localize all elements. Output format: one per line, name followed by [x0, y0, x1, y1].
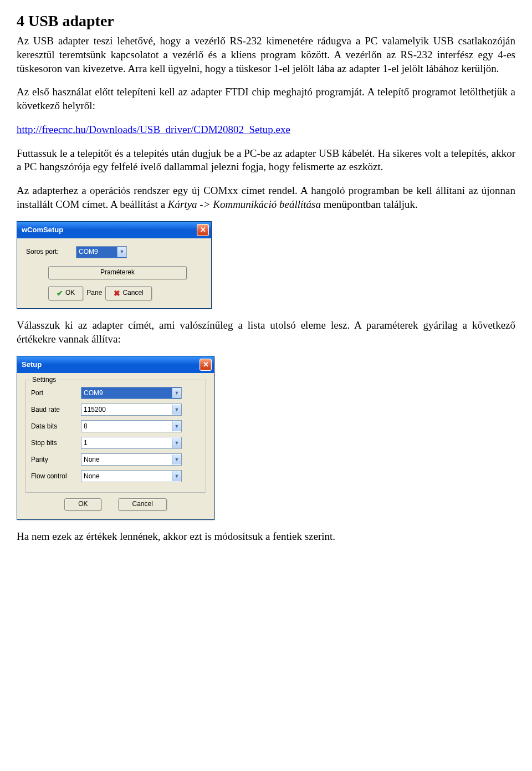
setting-row: Data bits8▼ [31, 420, 200, 432]
chevron-down-icon: ▼ [172, 471, 181, 481]
setup-dialog: Setup ✕ Settings PortCOM9▼Baud rate11520… [17, 356, 214, 520]
setting-value: 8 [81, 422, 172, 431]
window-title: wComSetup [22, 226, 63, 235]
setting-value: 1 [81, 439, 172, 448]
section-heading: 4 USB adapter [17, 11, 515, 31]
download-link[interactable]: http://freecnc.hu/Downloads/USB_driver/C… [17, 124, 290, 135]
paragraph-4: Az adapterhez a operációs rendszer egy ú… [17, 184, 515, 211]
serial-port-combo[interactable]: COM9 ▼ [76, 246, 127, 258]
check-icon: ✔ [57, 288, 63, 298]
close-button[interactable]: ✕ [200, 359, 212, 371]
titlebar: wComSetup ✕ [17, 222, 211, 238]
titlebar: Setup ✕ [17, 356, 214, 373]
setting-label: Flow control [31, 472, 81, 481]
paragraph-2: Az első használat előtt telepíteni kell … [17, 85, 515, 113]
close-icon: ✕ [203, 360, 209, 370]
setting-row: ParityNone▼ [31, 453, 200, 466]
setting-combo[interactable]: None▼ [81, 453, 182, 466]
paragraph-5: Válasszuk ki az adapter címét, ami valós… [17, 319, 515, 346]
setting-label: Port [31, 389, 81, 398]
serial-port-value: COM9 [76, 248, 117, 257]
setting-row: Baud rate115200▼ [31, 404, 200, 416]
settings-group: Settings PortCOM9▼Baud rate115200▼Data b… [25, 380, 206, 493]
paragraph-4c: menüpontban találjuk. [321, 198, 418, 210]
x-icon: ✖ [114, 288, 120, 298]
chevron-down-icon: ▼ [117, 247, 126, 257]
menu-path: Kártya -> Kommunikáció beállítása [168, 198, 321, 210]
setting-label: Baud rate [31, 406, 81, 415]
setting-row: PortCOM9▼ [31, 387, 200, 399]
chevron-down-icon: ▼ [172, 405, 181, 415]
chevron-down-icon: ▼ [172, 388, 181, 398]
paragraph-1: Az USB adapter teszi lehetővé, hogy a ve… [17, 34, 515, 75]
cancel-button[interactable]: ✖ Cancel [105, 286, 151, 300]
setting-value: None [81, 472, 172, 481]
setting-row: Stop bits1▼ [31, 437, 200, 449]
pane-label: Pane [86, 289, 102, 298]
setting-combo[interactable]: None▼ [81, 470, 182, 482]
setting-value: COM9 [81, 389, 172, 398]
setting-combo[interactable]: 1▼ [81, 437, 182, 449]
setting-combo[interactable]: 115200▼ [81, 404, 182, 416]
serial-port-label: Soros port: [26, 248, 76, 257]
wcomsetup-dialog: wComSetup ✕ Soros port: COM9 ▼ Pramétere… [17, 221, 212, 309]
setting-value: 115200 [81, 406, 172, 415]
ok-button[interactable]: ✔ OK [48, 286, 83, 300]
setting-label: Data bits [31, 422, 81, 431]
parameters-button[interactable]: Praméterek [48, 266, 187, 279]
paragraph-6: Ha nem ezek az értékek lennének, akkor e… [17, 530, 515, 544]
cancel-label: Cancel [122, 289, 143, 298]
setting-label: Stop bits [31, 439, 81, 448]
window-title: Setup [22, 360, 42, 370]
setting-value: None [81, 456, 172, 464]
setting-label: Parity [31, 456, 81, 464]
ok-label: OK [65, 289, 75, 298]
chevron-down-icon: ▼ [172, 421, 181, 431]
close-icon: ✕ [200, 226, 206, 235]
cancel-button[interactable]: Cancel [118, 498, 166, 510]
ok-button[interactable]: OK [64, 498, 101, 510]
setting-row: Flow controlNone▼ [31, 470, 200, 482]
chevron-down-icon: ▼ [172, 438, 181, 448]
close-button[interactable]: ✕ [197, 224, 209, 236]
setting-combo[interactable]: COM9▼ [81, 387, 182, 399]
chevron-down-icon: ▼ [172, 455, 181, 464]
group-title: Settings [30, 376, 58, 385]
paragraph-3: Futtassuk le a telepítőt és a telepítés … [17, 147, 515, 174]
setting-combo[interactable]: 8▼ [81, 420, 182, 432]
